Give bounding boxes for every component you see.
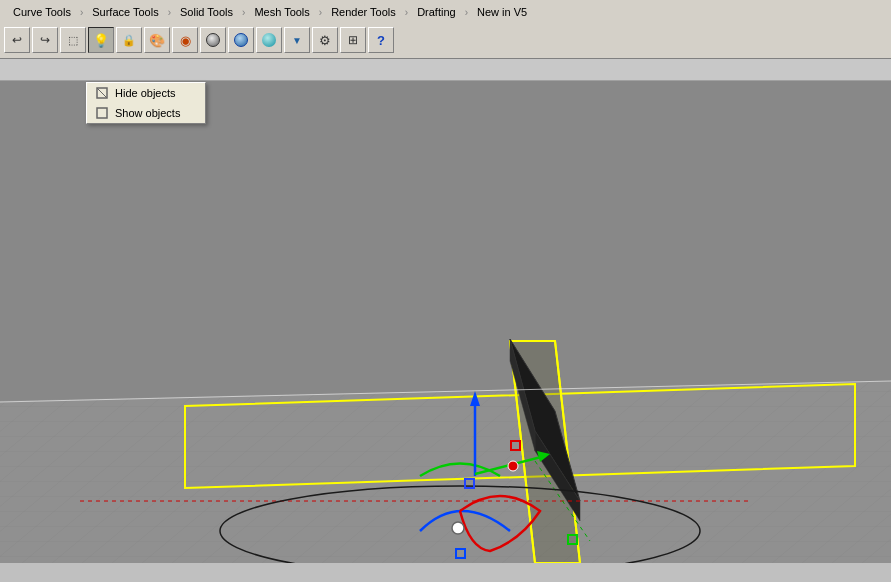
paint-icon: 🎨 [149,33,165,48]
toolbar-row: ↩ ↪ ⬚ 💡 🔒 🎨 ◉ ▼ ⚙ [4,24,887,56]
select-button[interactable]: ⬚ [60,27,86,53]
tab-solid-tools[interactable]: Solid Tools [171,4,242,20]
tab-render-tools[interactable]: Render Tools [322,4,405,20]
lamp-button[interactable]: 💡 [88,27,114,53]
help-button[interactable]: ? [368,27,394,53]
svg-marker-5 [0,381,891,563]
grey-strip [0,59,891,81]
select-icon: ⬚ [68,34,78,47]
gear-icon: ⚙ [319,33,331,48]
redo-button[interactable]: ↪ [32,27,58,53]
tab-surface-tools[interactable]: Surface Tools [83,4,167,20]
cursor-icon: ⊞ [348,33,358,47]
show-icon [95,106,109,120]
color-wheel-icon: ◉ [180,33,191,48]
cursor-button[interactable]: ⊞ [340,27,366,53]
lock-icon: 🔒 [122,34,136,47]
globe-button[interactable] [228,27,254,53]
environment-button[interactable] [256,27,282,53]
show-objects-item[interactable]: Show objects [87,103,205,123]
svg-point-21 [508,461,518,471]
paint-button[interactable]: 🎨 [144,27,170,53]
dropdown-menu: Hide objects Show objects [86,82,206,124]
tab-drafting[interactable]: Drafting [408,4,465,20]
show-objects-label: Show objects [115,107,180,119]
environment-icon [262,33,276,47]
undo-icon: ↩ [12,33,22,47]
arrow-menu-button[interactable]: ▼ [284,27,310,53]
tab-curve-tools[interactable]: Curve Tools [4,4,80,20]
hide-icon [95,86,109,100]
lock-button[interactable]: 🔒 [116,27,142,53]
redo-icon: ↪ [40,33,50,47]
3d-viewport[interactable] [0,81,891,563]
svg-point-22 [452,522,464,534]
hide-objects-item[interactable]: Hide objects [87,83,205,103]
toolbar-area: Curve Tools › Surface Tools › Solid Tool… [0,0,891,59]
svg-rect-2 [97,108,107,118]
scene-svg [0,81,891,563]
hide-objects-label: Hide objects [115,87,176,99]
tab-new-v5[interactable]: New in V5 [468,4,536,20]
sphere-icon [206,33,220,47]
arrow-down-icon: ▼ [292,35,302,46]
color-wheel-button[interactable]: ◉ [172,27,198,53]
lamp-icon: 💡 [93,33,109,48]
settings-button[interactable]: ⚙ [312,27,338,53]
undo-button[interactable]: ↩ [4,27,30,53]
globe-icon [234,33,248,47]
toolbar-tabs: Curve Tools › Surface Tools › Solid Tool… [4,2,887,22]
help-icon: ? [377,33,385,48]
svg-line-1 [97,88,107,98]
tab-mesh-tools[interactable]: Mesh Tools [245,4,318,20]
sphere-button[interactable] [200,27,226,53]
